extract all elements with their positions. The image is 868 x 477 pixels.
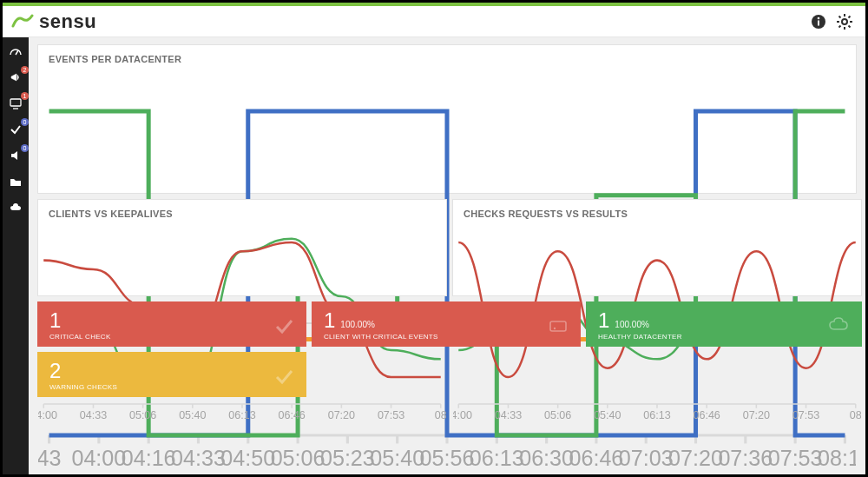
- svg-text:04:00: 04:00: [453, 409, 472, 421]
- svg-rect-2: [818, 20, 819, 25]
- svg-text:06:46: 06:46: [279, 409, 306, 421]
- tile-value: 2: [49, 361, 117, 381]
- svg-text:04:16: 04:16: [122, 446, 176, 470]
- svg-text:06:46: 06:46: [569, 446, 623, 470]
- svg-text:05:40: 05:40: [179, 409, 206, 421]
- svg-text:07:20: 07:20: [328, 409, 355, 421]
- sidebar-item-silenced[interactable]: 0: [7, 147, 24, 164]
- check-icon: [273, 315, 294, 340]
- topbar: sensu: [3, 3, 865, 37]
- svg-text:05:23: 05:23: [320, 446, 375, 470]
- tile-label: CLIENT WITH CRITICAL EVENTS: [324, 333, 438, 341]
- svg-text:04:50: 04:50: [220, 446, 275, 470]
- info-icon: [811, 14, 826, 30]
- sidebar-badge: 0: [21, 144, 29, 152]
- tile-pct: 100.00%: [615, 320, 648, 329]
- sidebar-badge: 1: [21, 92, 29, 100]
- tile-warning-checks[interactable]: 2 WARNING CHECKS: [37, 352, 306, 397]
- sidebar-item-stashes[interactable]: [7, 173, 24, 190]
- svg-text:04:33: 04:33: [495, 409, 522, 421]
- svg-text:43: 43: [38, 446, 62, 470]
- sidebar-item-datacenters[interactable]: [7, 199, 24, 216]
- sidebar-badge: 2: [21, 66, 29, 74]
- gauge-icon: [9, 44, 23, 58]
- gear-icon: [837, 14, 852, 30]
- megaphone-icon: [9, 70, 23, 84]
- panel-events-per-dc: EVENTS PER DATACENTER 4304:0004:1604:330…: [37, 44, 857, 194]
- tile-critical-check[interactable]: 1 CRITICAL CHECK: [37, 301, 306, 347]
- check-icon: [9, 123, 23, 136]
- svg-text:07:53: 07:53: [378, 409, 404, 421]
- display-icon: [9, 96, 23, 110]
- svg-text:08: 08: [435, 409, 446, 421]
- svg-text:05:40: 05:40: [370, 446, 424, 470]
- svg-point-3: [842, 19, 847, 24]
- svg-line-10: [849, 16, 851, 17]
- check-icon: [273, 366, 294, 390]
- logo-text: sensu: [39, 10, 96, 33]
- svg-point-90: [554, 328, 556, 329]
- svg-text:08: 08: [850, 409, 861, 421]
- svg-text:04:33: 04:33: [80, 409, 107, 421]
- panel-title: CHECKS REQUESTS VS RESULTS: [464, 209, 628, 219]
- svg-text:04:00: 04:00: [38, 409, 57, 421]
- svg-text:07:03: 07:03: [619, 446, 674, 470]
- sidebar-item-dashboard[interactable]: [7, 43, 24, 60]
- svg-rect-89: [550, 321, 566, 331]
- svg-rect-13: [10, 99, 21, 106]
- logo[interactable]: sensu: [11, 10, 96, 33]
- svg-text:06:30: 06:30: [519, 446, 574, 470]
- svg-text:06:13: 06:13: [643, 409, 670, 421]
- folder-icon: [9, 175, 23, 189]
- panel-clients-vs-keepalives: CLIENTS VS KEEPALIVES 04:0004:3305:0605:…: [37, 199, 447, 296]
- cloud-icon: [827, 315, 850, 336]
- svg-text:06:13: 06:13: [228, 409, 255, 421]
- settings-button[interactable]: [836, 13, 853, 30]
- svg-text:07:53: 07:53: [768, 446, 823, 470]
- svg-line-9: [849, 25, 851, 27]
- sidebar-item-clients[interactable]: 1: [7, 95, 24, 112]
- tile-label: CRITICAL CHECK: [49, 333, 111, 341]
- tile-pct: 100.00%: [340, 320, 374, 329]
- svg-line-11: [839, 25, 841, 27]
- panel-title: CLIENTS VS KEEPALIVES: [49, 209, 173, 219]
- svg-text:07:20: 07:20: [668, 446, 723, 470]
- sidebar-badge: 0: [21, 118, 29, 126]
- panel-title: EVENTS PER DATACENTER: [49, 54, 181, 64]
- svg-text:04:33: 04:33: [171, 446, 226, 470]
- svg-text:06:13: 06:13: [470, 446, 524, 470]
- svg-text:05:06: 05:06: [271, 446, 326, 470]
- svg-text:04:00: 04:00: [71, 446, 126, 470]
- svg-text:05:56: 05:56: [420, 446, 475, 470]
- svg-point-1: [818, 17, 820, 19]
- info-button[interactable]: [810, 13, 827, 30]
- svg-text:05:06: 05:06: [129, 409, 156, 421]
- content: EVENTS PER DATACENTER 4304:0004:1604:330…: [29, 37, 865, 474]
- sensu-logo-icon: [11, 14, 34, 30]
- sidebar-item-events[interactable]: 2: [7, 69, 24, 86]
- panel-checks-vs-results: CHECKS REQUESTS VS RESULTS 04:0004:3305:…: [452, 199, 862, 296]
- svg-text:07:20: 07:20: [743, 409, 770, 421]
- svg-text:07:53: 07:53: [792, 409, 819, 421]
- tile-value: 1: [324, 308, 335, 332]
- svg-text:05:06: 05:06: [544, 409, 571, 421]
- svg-line-12: [16, 50, 18, 55]
- drive-icon: [548, 315, 569, 340]
- mute-icon: [9, 149, 23, 162]
- cloud-icon: [9, 201, 23, 215]
- tile-label: WARNING CHECKS: [49, 383, 117, 391]
- sidebar: 2 1 0 0: [3, 37, 29, 474]
- tile-client-critical[interactable]: 1100.00% CLIENT WITH CRITICAL EVENTS: [312, 301, 581, 347]
- svg-text:06:46: 06:46: [694, 409, 720, 421]
- svg-text:07:36: 07:36: [718, 446, 773, 470]
- svg-line-8: [839, 16, 841, 17]
- tile-label: HEALTHY DATACENTER: [598, 333, 682, 341]
- sidebar-item-checks[interactable]: 0: [7, 121, 24, 138]
- tile-healthy-dc[interactable]: 1100.00% HEALTHY DATACENTER: [586, 301, 862, 347]
- svg-text:05:40: 05:40: [594, 409, 621, 421]
- svg-text:08:10: 08:10: [818, 446, 856, 470]
- tile-value: 1: [598, 308, 609, 332]
- tile-value: 1: [49, 310, 111, 331]
